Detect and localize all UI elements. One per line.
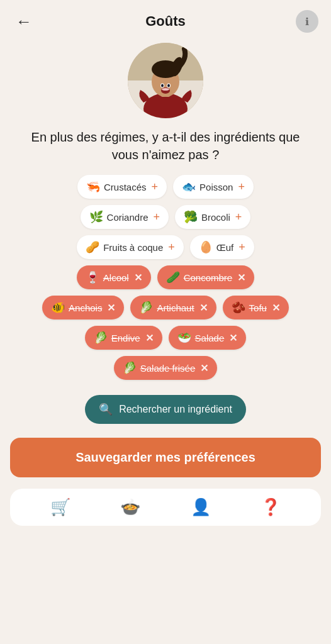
tags-row-2: 🌿 Coriandre + 🥦 Brocoli + (81, 205, 251, 229)
profile-icon: 👤 (191, 497, 211, 517)
salade-remove[interactable]: ✕ (229, 332, 237, 344)
artichaut-icon: 🥬 (139, 301, 153, 314)
oeuf-label: Œuf (216, 242, 234, 253)
info-icon: ℹ (305, 16, 309, 28)
tag-tofu[interactable]: 🫘 Tofu ✕ (223, 296, 289, 319)
anchois-icon: 🐠 (51, 301, 65, 314)
brocoli-label: Brocoli (201, 212, 230, 223)
salade-label: Salade (195, 333, 225, 343)
coriandre-label: Coriandre (107, 212, 149, 223)
tag-coriandre[interactable]: 🌿 Coriandre + (81, 205, 169, 229)
fruits-coque-plus[interactable]: + (168, 241, 175, 254)
concombre-label: Concombre (184, 272, 233, 283)
tag-salade-frisee[interactable]: 🥬 Salade frisée ✕ (114, 356, 218, 380)
tag-concombre[interactable]: 🥒 Concombre ✕ (157, 265, 255, 289)
bottom-nav: 🛒 🍲 👤 ❓ (10, 489, 321, 526)
anchois-label: Anchois (69, 303, 102, 313)
artichaut-remove[interactable]: ✕ (199, 302, 208, 314)
tag-brocoli[interactable]: 🥦 Brocoli + (175, 205, 250, 229)
alcool-icon: 🍷 (86, 270, 99, 284)
page-title: Goûts (145, 13, 186, 30)
search-label: Rechercher un ingrédient (119, 404, 232, 415)
poisson-icon: 🐟 (182, 180, 196, 194)
nav-profile[interactable]: 👤 (191, 497, 211, 517)
header: ← Goûts ℹ (0, 0, 331, 38)
avatar (128, 43, 203, 118)
search-ingredient-bar[interactable]: 🔍 Rechercher un ingrédient (85, 395, 246, 424)
svg-point-10 (167, 84, 170, 87)
alcool-remove[interactable]: ✕ (134, 272, 142, 284)
oeuf-icon: 🥚 (199, 240, 213, 254)
crustaces-plus[interactable]: + (152, 180, 159, 194)
salade-frisee-remove[interactable]: ✕ (200, 362, 208, 374)
question-text: En plus des régimes, y a-t-il des ingréd… (0, 128, 331, 164)
tofu-icon: 🫘 (232, 301, 245, 314)
endive-remove[interactable]: ✕ (145, 332, 154, 344)
concombre-icon: 🥒 (166, 270, 180, 284)
alcool-label: Alcool (103, 272, 129, 283)
tags-area: 🦐 Crustacés + 🐟 Poisson + 🌿 Coriandre + … (0, 164, 331, 424)
tag-anchois[interactable]: 🐠 Anchois ✕ (42, 296, 124, 319)
back-button[interactable]: ← (13, 12, 35, 31)
poisson-label: Poisson (199, 182, 233, 192)
tag-fruits-coque[interactable]: 🥜 Fruits à coque + (77, 235, 184, 259)
endive-label: Endive (111, 333, 140, 343)
tag-oeuf[interactable]: 🥚 Œuf + (190, 235, 254, 259)
salade-frisee-label: Salade frisée (140, 363, 196, 374)
tag-endive[interactable]: 🥬 Endive ✕ (85, 326, 162, 350)
endive-icon: 🥬 (94, 331, 108, 345)
crustaces-icon: 🦐 (86, 180, 100, 194)
tofu-remove[interactable]: ✕ (272, 302, 280, 314)
tags-row-3: 🥜 Fruits à coque + 🥚 Œuf + (77, 235, 254, 259)
tags-row-7: 🥬 Salade frisée ✕ (114, 356, 218, 380)
tags-row-1: 🦐 Crustacés + 🐟 Poisson + (77, 175, 254, 199)
anchois-remove[interactable]: ✕ (107, 302, 115, 314)
tag-crustaces[interactable]: 🦐 Crustacés + (77, 175, 167, 199)
tag-salade[interactable]: 🥗 Salade ✕ (169, 326, 247, 350)
concombre-remove[interactable]: ✕ (237, 272, 245, 284)
avatar-image (128, 43, 203, 118)
cart-icon: 🛒 (50, 497, 70, 517)
oeuf-plus[interactable]: + (238, 241, 245, 254)
crustaces-label: Crustacés (104, 182, 147, 192)
nav-help[interactable]: ❓ (261, 497, 281, 517)
fruits-coque-label: Fruits à coque (103, 242, 163, 253)
brocoli-plus[interactable]: + (235, 211, 242, 224)
nav-cart[interactable]: 🛒 (50, 497, 70, 517)
salade-icon: 🥗 (177, 331, 191, 345)
coriandre-icon: 🌿 (89, 210, 103, 224)
tag-alcool[interactable]: 🍷 Alcool ✕ (77, 265, 151, 289)
tag-poisson[interactable]: 🐟 Poisson + (173, 175, 254, 199)
tags-row-5: 🐠 Anchois ✕ 🥬 Artichaut ✕ 🫘 Tofu ✕ (42, 296, 289, 319)
tofu-label: Tofu (249, 303, 267, 313)
artichaut-label: Artichaut (157, 303, 194, 313)
poisson-plus[interactable]: + (238, 180, 245, 194)
nav-cook[interactable]: 🍲 (120, 497, 140, 517)
tags-row-6: 🥬 Endive ✕ 🥗 Salade ✕ (85, 326, 247, 350)
tags-row-4: 🍷 Alcool ✕ 🥒 Concombre ✕ (77, 265, 254, 289)
search-icon: 🔍 (99, 402, 113, 416)
help-icon: ❓ (261, 497, 281, 517)
save-button[interactable]: Sauvegarder mes préférences (10, 438, 321, 477)
coriandre-plus[interactable]: + (153, 211, 160, 224)
cook-icon: 🍲 (120, 497, 140, 517)
info-button[interactable]: ℹ (296, 10, 318, 33)
svg-point-9 (161, 84, 164, 87)
svg-point-12 (162, 88, 169, 91)
tag-artichaut[interactable]: 🥬 Artichaut ✕ (130, 296, 216, 319)
brocoli-icon: 🥦 (184, 210, 198, 224)
salade-frisee-icon: 🥬 (123, 361, 137, 375)
fruits-coque-icon: 🥜 (86, 240, 99, 254)
